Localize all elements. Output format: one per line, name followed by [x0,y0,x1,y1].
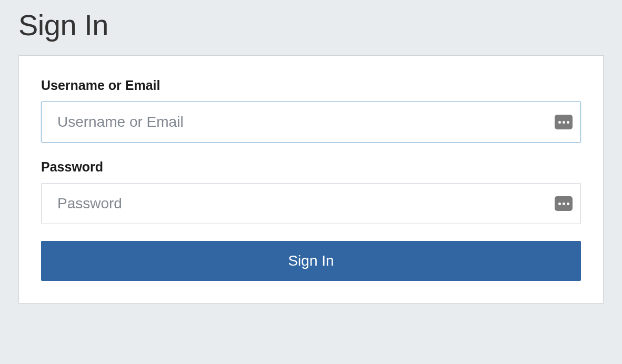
username-group: Username or Email [41,78,581,143]
username-input-wrapper [41,102,581,143]
page-title: Sign In [18,8,604,42]
password-label: Password [41,159,581,175]
password-input-wrapper [41,183,581,224]
password-group: Password [41,159,581,224]
password-input[interactable] [41,183,581,224]
username-input[interactable] [41,102,581,143]
signin-card: Username or Email Password Sign In [18,55,604,304]
password-manager-icon[interactable] [555,196,573,211]
signin-button[interactable]: Sign In [41,241,581,281]
username-label: Username or Email [41,78,581,93]
password-manager-icon[interactable] [555,115,573,129]
